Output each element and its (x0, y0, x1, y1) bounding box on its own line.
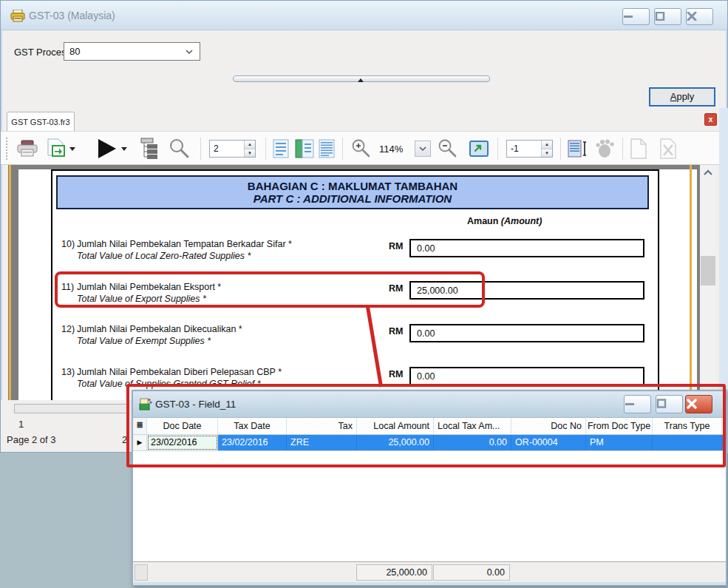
field12-value-box[interactable]: 0.00 (409, 324, 644, 342)
section-title-my: BAHAGIAN C : MAKLUMAT TAMBAHAN (58, 180, 647, 192)
text-view-icon (319, 139, 335, 158)
chevron-down-icon[interactable] (185, 44, 198, 58)
amount-column-label: Amaun (Amount) (467, 216, 542, 226)
main-titlebar: GST-03 (Malaysia) (1, 1, 727, 30)
copies-value[interactable]: 2 (210, 141, 244, 157)
spin-down-icon[interactable]: ▼ (542, 149, 552, 158)
spin-up-icon[interactable]: ▲ (542, 141, 552, 149)
zoom-value: 114% (379, 136, 403, 161)
field10-value-box[interactable]: 0.00 (409, 239, 644, 257)
slider-caret-icon (358, 78, 364, 82)
page-edge-stripe (690, 165, 692, 400)
tab-label: GST GST-03.fr3 (11, 118, 69, 126)
zoom-in-icon (350, 138, 371, 159)
field13-currency: RM (389, 369, 403, 379)
total-local-tax: 0.00 (433, 564, 510, 581)
toolbar-separator (497, 138, 498, 160)
whole-page-icon (273, 139, 289, 158)
page-info: Page 2 of 3 (7, 434, 56, 445)
field10-label-en: Total Value of Local Zero-Rated Supplies… (77, 251, 251, 261)
page-edge-stripe (9, 165, 11, 400)
export-dropdown-arrow[interactable] (69, 147, 75, 151)
grid-footer: 25,000.00 0.00 (133, 561, 726, 582)
field10-number: 10) (61, 239, 75, 249)
highlight-box-popup (126, 384, 726, 467)
copies-spinner[interactable]: 2 ▲ ▼ (209, 136, 256, 161)
footprint-icon (593, 138, 616, 159)
new-page-icon (630, 138, 647, 159)
play-icon (95, 138, 118, 160)
scroll-up-icon[interactable] (700, 165, 716, 181)
page-width-button[interactable] (295, 136, 314, 161)
gnome-foot-button[interactable] (593, 136, 616, 161)
delete-page-button[interactable] (659, 136, 677, 161)
delete-page-icon (659, 138, 677, 159)
export-icon (47, 138, 66, 159)
zoom-out-icon (437, 138, 457, 159)
page-offset-spinner[interactable]: -1 ▲ ▼ (506, 136, 553, 161)
page-offset-value[interactable]: -1 (507, 141, 541, 157)
page-width-icon (295, 139, 314, 158)
zoom-dropdown-button[interactable] (415, 136, 431, 161)
minimize-button[interactable] (622, 8, 650, 25)
close-button[interactable] (686, 8, 713, 25)
field13-label-my: Jumlah Nilai Pembekalan Diberi Pelepasan… (77, 367, 282, 377)
tab-report[interactable]: GST GST-03.fr3 (7, 112, 75, 131)
toolbar-separator (342, 138, 343, 160)
printer-app-icon (10, 10, 25, 22)
print-button[interactable] (16, 136, 39, 161)
screen: GST-03 (Malaysia) GST Process: 80 Apply (0, 0, 728, 588)
edit-page-icon (567, 139, 588, 158)
run-button[interactable] (95, 136, 127, 161)
window-title: GST-03 (Malaysia) (29, 10, 115, 21)
progress-bar (14, 404, 128, 413)
field12-currency: RM (389, 326, 403, 337)
field13-value-box[interactable]: 0.00 (409, 367, 644, 385)
open-window-icon (469, 141, 489, 157)
page-thumbnail-number: 1 (18, 419, 24, 430)
fullscreen-button[interactable] (469, 136, 489, 161)
total-local-amount: 25,000.00 (356, 564, 432, 581)
run-dropdown-arrow[interactable] (121, 147, 127, 151)
section-title-en: PART C : ADDITIONAL INFORMATION (58, 192, 647, 205)
field12-label-en: Total Value of Exempt Supplies * (77, 336, 211, 346)
text-view-button[interactable] (319, 136, 335, 161)
apply-button[interactable]: Apply (649, 87, 715, 107)
toolbar-separator (622, 138, 623, 160)
highlight-box-field11 (55, 271, 485, 308)
field12-label-my: Jumlah Nilai Pembekalan Dikecualikan * (77, 324, 242, 334)
footer-grip (135, 564, 148, 581)
report-tree-button[interactable] (140, 136, 159, 161)
spin-up-icon[interactable]: ▲ (245, 141, 255, 149)
section-header-band: BAHAGIAN C : MAKLUMAT TAMBAHAN PART C : … (56, 175, 649, 209)
whole-page-button[interactable] (273, 136, 289, 161)
export-button[interactable] (47, 136, 75, 161)
zoom-out-button[interactable] (437, 136, 457, 161)
zoom-in-button[interactable] (350, 136, 371, 161)
scrollbar-thumb[interactable] (701, 256, 715, 285)
toolbar-separator (560, 138, 561, 160)
field10-currency: RM (389, 241, 403, 251)
toolbar-grip[interactable] (6, 138, 8, 160)
gst-process-combobox[interactable]: 80 (64, 42, 200, 61)
new-page-button[interactable] (630, 136, 647, 161)
find-button[interactable] (168, 136, 190, 161)
tree-icon (140, 138, 159, 160)
toolbar-separator (200, 138, 201, 160)
toolbar-separator (265, 138, 266, 160)
printer-icon (16, 138, 39, 159)
spin-down-icon[interactable]: ▼ (245, 149, 255, 158)
tab-close-button[interactable]: x (704, 113, 717, 126)
chevron-down-icon (415, 141, 430, 156)
popup-bottom-frame (133, 582, 726, 585)
preview-toolbar: 2 ▲ ▼ (1, 131, 728, 165)
edit-page-button[interactable] (567, 136, 588, 161)
gst-process-value: 80 (69, 46, 80, 57)
maximize-button[interactable] (654, 8, 681, 25)
field12-number: 12) (61, 324, 75, 334)
search-icon (168, 138, 190, 160)
preview-vertical-scrollbar[interactable] (700, 165, 716, 400)
field10-label-my: Jumlah Nilai Pembekalan Tempatan Berkada… (77, 239, 292, 249)
field13-number: 13) (61, 367, 75, 377)
